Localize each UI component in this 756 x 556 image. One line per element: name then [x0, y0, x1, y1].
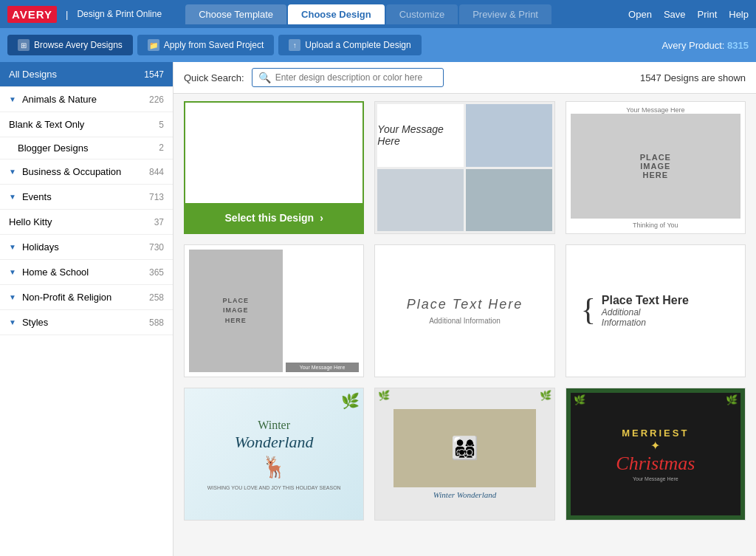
sidebar-item-events[interactable]: ▼ Events 713 — [0, 185, 173, 210]
design-card-place-image-2[interactable]: PLACE IMAGE HERE Your Message Here — [184, 244, 364, 377]
place-image-1-preview: Your Message Here PLACE IMAGE HERE Think… — [566, 102, 745, 233]
chevron-icon-7: ▼ — [9, 318, 16, 326]
main-content: All Designs 1547 ▼ Animals & Nature 226 … — [0, 62, 756, 556]
tab-customize[interactable]: Customize — [386, 4, 458, 24]
merriest-christmas-preview: 🌿 🌿 MERRIEST ✦ Christmas Your Message He… — [566, 388, 745, 520]
home-school-count: 365 — [149, 267, 164, 278]
christmas-holly-top: 🌿 🌿 — [571, 393, 740, 407]
design-grid: Select this Design › Your Message Here Y… — [173, 94, 756, 556]
tab-choose-design[interactable]: Choose Design — [288, 4, 385, 24]
open-button[interactable]: Open — [628, 9, 652, 20]
mc-star-icon: ✦ — [650, 439, 660, 453]
search-input-wrap[interactable]: 🔍 — [252, 68, 444, 87]
sidebar-item-home-school[interactable]: ▼ Home & School 365 — [0, 260, 173, 285]
design-card-your-message[interactable]: Your Message Here — [374, 101, 554, 234]
chevron-icon-4: ▼ — [9, 243, 16, 251]
holly-border-top: 🌿 🌿 — [375, 390, 554, 401]
place-image-2-box: PLACE IMAGE HERE — [189, 250, 283, 372]
place-image-box: PLACE IMAGE HERE — [571, 114, 740, 219]
saved-project-button[interactable]: 📁 Apply from Saved Project — [137, 35, 274, 55]
sidebar-item-hello-kitty[interactable]: Hello Kitty 37 — [0, 210, 173, 235]
help-button[interactable]: Help — [729, 9, 749, 20]
search-icon: 🔍 — [258, 72, 271, 83]
place-text-sub: Additional Information — [429, 317, 501, 325]
tab-preview-print[interactable]: Preview & Print — [459, 4, 551, 24]
sidebar-item-animals-nature[interactable]: ▼ Animals & Nature 226 — [0, 87, 173, 112]
upload-design-button[interactable]: ↑ Upload a Complete Design — [278, 35, 421, 55]
designs-count: 1547 Designs are shown — [640, 72, 746, 83]
product-number: 8315 — [727, 40, 749, 51]
tab-choose-template[interactable]: Choose Template — [185, 4, 286, 24]
design-card-winter-wonderland-1[interactable]: 🌿 Winter Wonderland 🦌 WISHING YOU LOVE A… — [184, 388, 364, 521]
browse-avery-button[interactable]: ⊞ Browse Avery Designs — [7, 35, 133, 55]
xmas-holly-left: 🌿 — [574, 394, 585, 405]
top-nav: AVERY | Design & Print Online Choose Tem… — [0, 0, 756, 28]
sidebar-item-blogger[interactable]: Blogger Designs 2 — [0, 137, 173, 159]
ww-caption-1: WISHING YOU LOVE AND JOY THIS HOLIDAY SE… — [207, 485, 341, 490]
business-count: 844 — [149, 167, 164, 177]
events-count: 713 — [149, 192, 164, 202]
mc-merriest-text: MERRIEST — [622, 428, 689, 439]
holly-icon: 🌿 — [341, 392, 360, 410]
design-top-text: Your Message Here — [571, 106, 740, 114]
family-photo-frame: 👨‍👩‍👧‍👦 — [394, 409, 537, 488]
ww-overlay-text: Winter Wonderland — [433, 490, 496, 499]
place-image-2-preview: PLACE IMAGE HERE Your Message Here — [185, 245, 363, 377]
search-input[interactable] — [275, 72, 437, 83]
search-bar: Quick Search: 🔍 1547 Designs are shown — [173, 62, 756, 94]
avery-logo: AVERY — [7, 6, 57, 23]
events-label: ▼ Events — [9, 191, 52, 202]
hello-kitty-label: Hello Kitty — [9, 216, 52, 227]
place-text-2-preview: { Place Text Here AdditionalInformation — [566, 245, 745, 377]
styles-label: ▼ Styles — [9, 317, 48, 328]
arrow-icon: › — [320, 212, 323, 224]
sidebar-item-styles[interactable]: ▼ Styles 588 — [0, 310, 173, 335]
place-text-1-preview: Place Text Here Additional Information — [375, 245, 554, 377]
deer-icon: 🦌 — [261, 455, 287, 479]
place-image-2-right: Your Message Here — [286, 250, 360, 372]
people-icon: 👨‍👩‍👧‍👦 — [451, 435, 478, 461]
folder-icon: 📁 — [148, 39, 159, 51]
select-design-button[interactable]: Select this Design › — [185, 203, 362, 233]
design-card-merriest-christmas[interactable]: 🌿 🌿 MERRIEST ✦ Christmas Your Message He… — [566, 388, 746, 521]
sidebar-item-nonprofit[interactable]: ▼ Non-Profit & Religion 258 — [0, 285, 173, 310]
holly-left-icon: 🌿 — [378, 390, 390, 401]
sidebar-item-holidays[interactable]: ▼ Holidays 730 — [0, 235, 173, 260]
top-right-actions: Open Save Print Help — [628, 9, 749, 20]
design-card-place-text-1[interactable]: Place Text Here Additional Information — [374, 244, 554, 377]
sidebar-item-business[interactable]: ▼ Business & Occupation 844 — [0, 159, 173, 185]
search-label: Quick Search: — [184, 72, 244, 83]
sidebar-item-blank-text[interactable]: Blank & Text Only 5 — [0, 112, 173, 137]
blogger-count: 2 — [159, 143, 164, 154]
your-msg-bar: Your Message Here — [286, 363, 360, 372]
blank-text-label: Blank & Text Only — [9, 119, 84, 130]
ww-script-1: Wonderland — [235, 433, 314, 452]
design-card-blank[interactable]: Select this Design › — [184, 101, 364, 234]
sidebar-item-all-designs[interactable]: All Designs 1547 — [0, 62, 173, 87]
upload-icon: ↑ — [289, 39, 300, 51]
brace-sub-text: AdditionalInformation — [602, 307, 689, 328]
nonprofit-count: 258 — [149, 292, 164, 303]
design-card-place-image-1[interactable]: Your Message Here PLACE IMAGE HERE Think… — [566, 101, 746, 234]
nav-tabs: Choose Template Choose Design Customize … — [185, 4, 627, 24]
mc-message-text: Your Message Here — [633, 476, 678, 481]
business-label: ▼ Business & Occupation — [9, 166, 121, 177]
design-card-winter-wonderland-2[interactable]: 🌿 🌿 👨‍👩‍👧‍👦 Winter Wonderland — [374, 388, 554, 521]
chevron-icon-3: ▼ — [9, 193, 16, 201]
product-info: Avery Product: 8315 — [662, 40, 749, 51]
ww-title-1: Winter — [258, 418, 290, 432]
place-text-main: Place Text Here — [407, 297, 523, 312]
print-button[interactable]: Print — [698, 9, 718, 20]
chevron-icon-5: ▼ — [9, 268, 16, 276]
grid-icon: ⊞ — [18, 39, 30, 51]
msg-photo2 — [377, 169, 464, 232]
design-card-place-text-2[interactable]: { Place Text Here AdditionalInformation — [566, 244, 746, 377]
sidebar: All Designs 1547 ▼ Animals & Nature 226 … — [0, 62, 173, 556]
save-button[interactable]: Save — [664, 9, 686, 20]
logo-divider: | — [66, 9, 68, 20]
holly-right-icon: 🌿 — [540, 390, 551, 401]
blank-text-count: 5 — [159, 120, 164, 130]
blogger-label: Blogger Designs — [18, 143, 88, 154]
holidays-label: ▼ Holidays — [9, 241, 59, 253]
winter-wonderland-2-preview: 🌿 🌿 👨‍👩‍👧‍👦 Winter Wonderland — [375, 388, 554, 520]
